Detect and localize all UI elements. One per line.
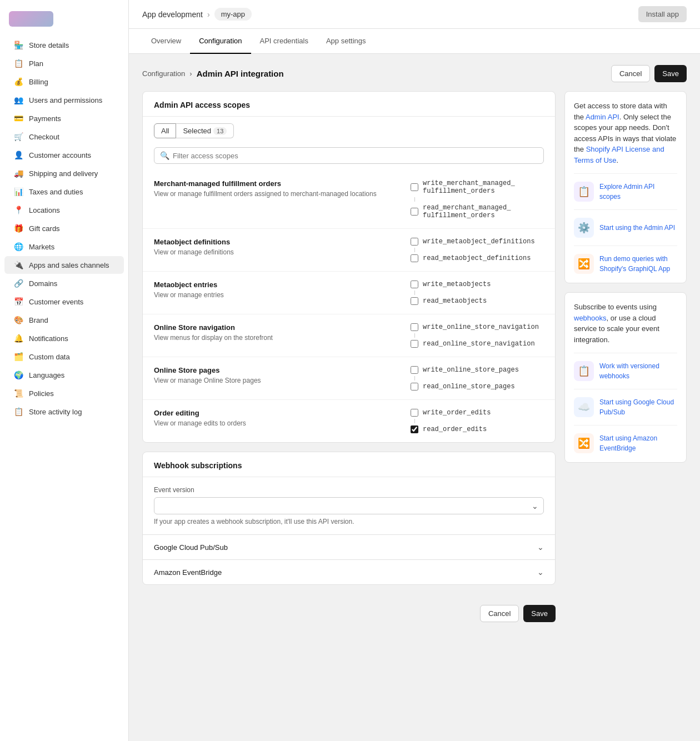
cancel-button-top[interactable]: Cancel: [611, 65, 650, 82]
sidebar-item-plan[interactable]: 📋Plan: [4, 54, 124, 72]
sidebar-item-payments[interactable]: 💳Payments: [4, 109, 124, 127]
filter-tab-all[interactable]: All: [154, 123, 176, 138]
brand-icon: 🎨: [13, 315, 23, 325]
filter-tab-selected[interactable]: Selected13: [176, 123, 234, 138]
sidebar-item-custom-data[interactable]: 🗂️Custom data: [4, 348, 124, 366]
tab-bar: OverviewConfigurationAPI credentialsApp …: [129, 29, 700, 54]
scope-check-read_online_pages[interactable]: read_online_store_pages: [411, 383, 544, 390]
scope-connector-order-editing-1: [414, 419, 415, 423]
subscribe-link-anchor-amazon-bridge[interactable]: Start using Amazon EventBridge: [599, 434, 657, 452]
sidebar-item-checkout[interactable]: 🛒Checkout: [4, 128, 124, 146]
side-link-start-admin-api[interactable]: ⚙️Start using the Admin API: [574, 209, 677, 238]
search-input[interactable]: [173, 152, 538, 160]
side-info-text-after: .: [617, 156, 619, 164]
checkbox-read_metaobjects[interactable]: [411, 297, 418, 305]
checkbox-write_merchant[interactable]: [411, 183, 418, 191]
scope-desc-metaobject-entries: View or manage entries: [154, 291, 399, 299]
webhooks-link[interactable]: webhooks: [574, 314, 607, 322]
license-link[interactable]: Shopify API License and Terms of Use: [574, 145, 664, 164]
main-column: Admin API access scopes AllSelected13 🔍: [142, 91, 556, 627]
checkbox-write_order_edits[interactable]: [411, 409, 418, 417]
sidebar-item-store-details[interactable]: 🏪Store details: [4, 36, 124, 54]
scope-check-write_metaobjects[interactable]: write_metaobjects: [411, 281, 544, 288]
checkbox-read_online_pages[interactable]: [411, 383, 418, 390]
sidebar-item-notifications[interactable]: 🔔Notifications: [4, 329, 124, 347]
side-link-anchor-start-admin-api[interactable]: Start using the Admin API: [599, 224, 675, 232]
tab-configuration[interactable]: Configuration: [190, 29, 251, 54]
subscribe-link-anchor-versioned-webhooks[interactable]: Work with versioned webhooks: [599, 362, 659, 380]
subscribe-link-versioned-webhooks[interactable]: 📋Work with versioned webhooks: [574, 353, 677, 381]
scope-check-read_merchant[interactable]: read_merchant_managed_ fulfillment_order…: [411, 204, 544, 219]
checkbox-read_online_nav[interactable]: [411, 340, 418, 348]
save-button-top[interactable]: Save: [654, 65, 687, 82]
scope-title-metaobject-definitions: Metaobject definitions: [154, 238, 399, 246]
side-link-explore-scopes[interactable]: 📋Explore Admin API scopes: [574, 173, 677, 202]
scope-check-read_online_nav[interactable]: read_online_store_navigation: [411, 340, 544, 348]
sidebar-item-users-permissions[interactable]: 👥Users and permissions: [4, 91, 124, 109]
sidebar-label-store-activity-log: Store activity log: [29, 408, 82, 416]
sidebar-item-billing[interactable]: 💰Billing: [4, 73, 124, 91]
checkbox-write_metaobject_def[interactable]: [411, 238, 418, 246]
sidebar-label-shipping-delivery: Shipping and delivery: [29, 169, 98, 178]
side-link-run-demo[interactable]: 🔀Run demo queries with Shopify's GraphiQ…: [574, 246, 677, 274]
tab-api-credentials[interactable]: API credentials: [251, 29, 317, 54]
install-app-button[interactable]: Install app: [638, 6, 687, 22]
markets-icon: 🌐: [13, 242, 23, 252]
checkbox-write_online_pages[interactable]: [411, 366, 418, 374]
scope-section-merchant-fulfillment: Merchant-managed fulfillment ordersView …: [143, 171, 555, 229]
scope-check-write_metaobject_def[interactable]: write_metaobject_definitions: [411, 238, 544, 246]
sidebar-item-domains[interactable]: 🔗Domains: [4, 274, 124, 292]
subscribe-link-amazon-bridge[interactable]: 🔀Start using Amazon EventBridge: [574, 425, 677, 453]
sidebar-item-customer-accounts[interactable]: 👤Customer accounts: [4, 146, 124, 164]
scope-check-write_merchant[interactable]: write_merchant_managed_ fulfillment_orde…: [411, 179, 544, 195]
collapse-amazon-eventbridge[interactable]: Amazon EventBridge⌄: [143, 559, 555, 584]
scope-title-online-store-navigation: Online Store navigation: [154, 323, 399, 332]
side-link-anchor-run-demo[interactable]: Run demo queries with Shopify's GraphiQL…: [599, 255, 670, 273]
sidebar-item-policies[interactable]: 📜Policies: [4, 384, 124, 402]
scope-check-read_metaobject_def[interactable]: read_metaobject_definitions: [411, 254, 544, 262]
checkbox-read_metaobject_def[interactable]: [411, 254, 418, 262]
configuration-breadcrumb-link[interactable]: Configuration: [142, 69, 185, 78]
save-button-bottom[interactable]: Save: [523, 605, 556, 622]
checkbox-write_metaobjects[interactable]: [411, 281, 418, 288]
sidebar-label-locations: Locations: [29, 206, 60, 214]
subscribe-link-google-pubsub[interactable]: ☁️Start using Google Cloud Pub/Sub: [574, 389, 677, 417]
sidebar-item-markets[interactable]: 🌐Markets: [4, 238, 124, 256]
event-version-select[interactable]: [154, 497, 544, 514]
checkbox-read_order_edits[interactable]: [411, 425, 418, 433]
admin-api-link[interactable]: Admin API: [586, 113, 619, 121]
scope-check-write_online_nav[interactable]: write_online_store_navigation: [411, 323, 544, 331]
subscribe-links: 📋Work with versioned webhooks☁️Start usi…: [574, 353, 677, 453]
sidebar-item-languages[interactable]: 🌍Languages: [4, 366, 124, 384]
collapse-label-amazon-eventbridge: Amazon EventBridge: [154, 568, 222, 577]
checkbox-read_merchant[interactable]: [411, 208, 418, 216]
scope-check-read_metaobjects[interactable]: read_metaobjects: [411, 297, 544, 305]
sidebar-item-apps-sales-channels[interactable]: 🔌Apps and sales channels: [4, 256, 124, 274]
sidebar-item-taxes-duties[interactable]: 📊Taxes and duties: [4, 183, 124, 201]
sidebar-item-shipping-delivery[interactable]: 🚚Shipping and delivery: [4, 164, 124, 182]
scope-check-read_order_edits[interactable]: read_order_edits: [411, 425, 544, 433]
tab-app-settings[interactable]: App settings: [317, 29, 375, 54]
app-development-link[interactable]: App development: [142, 10, 203, 19]
scope-check-write_order_edits[interactable]: write_order_edits: [411, 409, 544, 417]
scope-checks-metaobject-entries: write_metaobjectsread_metaobjects: [411, 281, 544, 305]
shipping-delivery-icon: 🚚: [13, 168, 23, 178]
search-wrapper: 🔍: [143, 143, 555, 171]
subscribe-link-anchor-google-pubsub[interactable]: Start using Google Cloud Pub/Sub: [599, 398, 674, 416]
sidebar-item-store-activity-log[interactable]: 📋Store activity log: [4, 403, 124, 420]
sidebar-item-customer-events[interactable]: 📅Customer events: [4, 293, 124, 311]
cancel-button-bottom[interactable]: Cancel: [480, 605, 519, 622]
scope-connector-metaobject-entries-1: [414, 291, 415, 295]
domains-icon: 🔗: [13, 278, 23, 288]
collapse-google-cloud[interactable]: Google Cloud Pub/Sub⌄: [143, 534, 555, 559]
checkbox-write_online_nav[interactable]: [411, 323, 418, 331]
side-link-anchor-explore-scopes[interactable]: Explore Admin API scopes: [599, 183, 654, 201]
sidebar-item-gift-cards[interactable]: 🎁Gift cards: [4, 219, 124, 237]
scope-check-write_online_pages[interactable]: write_online_store_pages: [411, 366, 544, 374]
breadcrumb-separator: ›: [207, 10, 210, 19]
users-permissions-icon: 👥: [13, 95, 23, 105]
sidebar-item-brand[interactable]: 🎨Brand: [4, 311, 124, 329]
tab-overview[interactable]: Overview: [142, 29, 190, 54]
scope-connector-metaobject-definitions-1: [414, 248, 415, 252]
sidebar-item-locations[interactable]: 📍Locations: [4, 201, 124, 219]
